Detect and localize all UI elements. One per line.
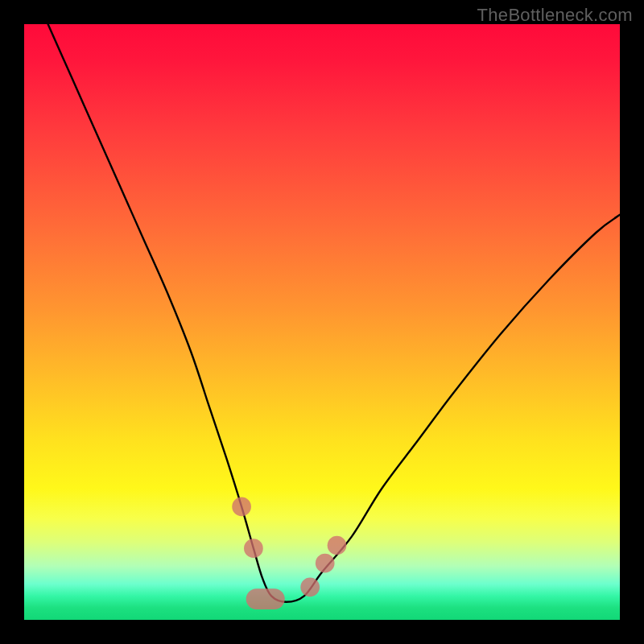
curve-marker-dot xyxy=(316,554,335,573)
watermark-text: TheBottleneck.com xyxy=(477,5,633,26)
curve-marker-dot xyxy=(328,536,347,555)
bottleneck-curve xyxy=(48,24,620,602)
curve-marker-dot xyxy=(232,497,251,517)
curve-markers xyxy=(232,497,346,609)
curve-marker-dot xyxy=(300,577,320,597)
curve-marker-bar xyxy=(246,588,285,609)
curve-marker-dot xyxy=(244,539,263,558)
chart-svg xyxy=(24,24,620,620)
chart-plot-area xyxy=(24,24,620,620)
